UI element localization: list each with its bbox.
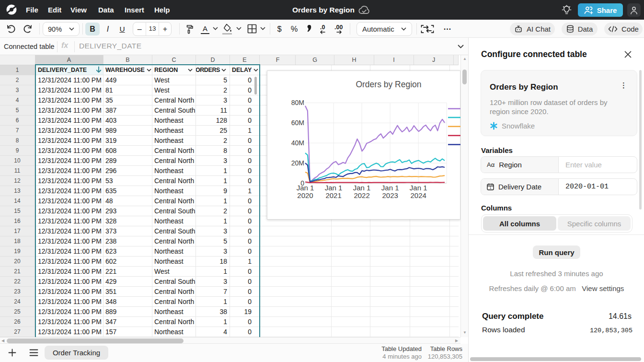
svg-text:60M: 60M xyxy=(291,119,304,127)
svg-text:Jan 1: Jan 1 xyxy=(325,184,343,192)
svg-text:20M: 20M xyxy=(291,159,304,167)
svg-text:2024: 2024 xyxy=(411,191,426,199)
svg-text:2020: 2020 xyxy=(297,191,313,199)
svg-text:Jan 1: Jan 1 xyxy=(410,184,427,192)
svg-text:Orders by Region: Orders by Region xyxy=(356,80,421,89)
svg-text:2023: 2023 xyxy=(382,191,398,199)
svg-text:1: 1 xyxy=(490,186,492,189)
svg-text:Jan 1: Jan 1 xyxy=(297,184,314,192)
svg-text:80M: 80M xyxy=(291,99,304,106)
svg-text:2022: 2022 xyxy=(354,191,369,199)
svg-text:2021: 2021 xyxy=(325,191,341,199)
svg-text:Jan 1: Jan 1 xyxy=(353,184,371,192)
svg-text:Jan 1: Jan 1 xyxy=(381,184,399,192)
svg-text:40M: 40M xyxy=(291,139,304,147)
